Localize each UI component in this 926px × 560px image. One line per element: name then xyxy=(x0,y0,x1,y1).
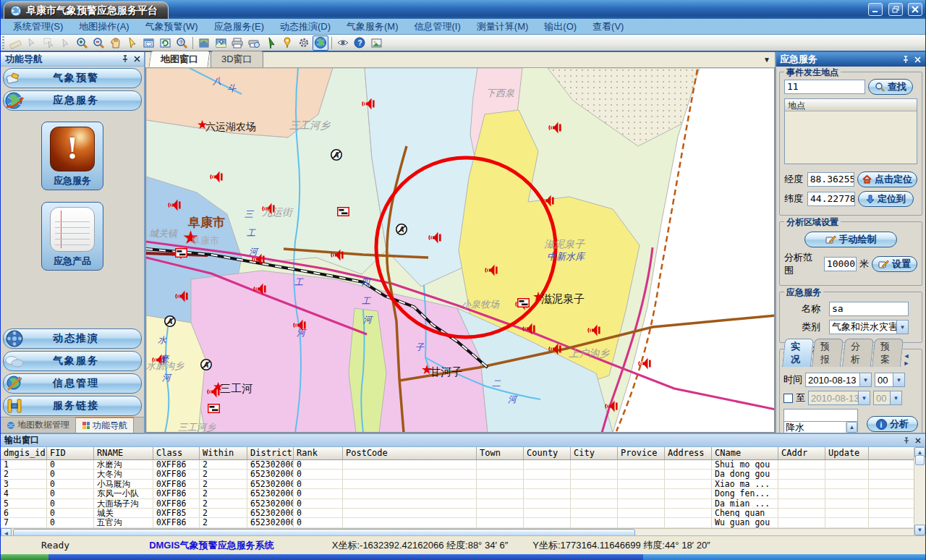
select-rect-icon[interactable] xyxy=(41,35,56,51)
close-panel-icon[interactable] xyxy=(914,56,922,64)
emergency-product-button[interactable]: 应急产品 xyxy=(41,202,103,271)
tab-live[interactable]: 实况 xyxy=(782,339,814,367)
refresh-icon[interactable] xyxy=(157,35,173,51)
picture-icon[interactable] xyxy=(368,35,384,51)
range-input[interactable]: 10000 xyxy=(824,257,857,271)
menu-item[interactable]: 信息管理(I) xyxy=(407,19,469,35)
column-header-District[interactable]: District xyxy=(247,447,294,459)
deselect-icon[interactable] xyxy=(57,35,73,51)
vscroll-thumb[interactable] xyxy=(915,455,925,465)
location-list-header[interactable]: 地点 xyxy=(785,99,917,111)
menu-item[interactable]: 气象服务(M) xyxy=(339,19,407,35)
manual-draw-button[interactable]: 手动绘制 xyxy=(804,232,897,247)
column-header-Rank[interactable]: Rank xyxy=(294,447,343,459)
tab-forecast[interactable]: 预报 xyxy=(812,339,844,367)
column-header-Within[interactable]: Within xyxy=(200,447,247,459)
nav-service-links[interactable]: 服务链接 xyxy=(3,396,142,416)
menu-item[interactable]: 查看(V) xyxy=(585,19,632,35)
nav-group-weather-warning[interactable]: 气象预警 xyxy=(3,68,142,88)
close-panel-icon[interactable] xyxy=(914,437,922,444)
column-header-County[interactable]: County xyxy=(524,447,571,459)
measure-icon[interactable] xyxy=(7,35,23,51)
tab-function-nav[interactable]: 功能导航 xyxy=(76,417,134,433)
print-preview-icon[interactable] xyxy=(246,35,262,51)
column-header-CAddr[interactable]: CAddr xyxy=(778,447,825,459)
pan-icon[interactable] xyxy=(107,35,123,51)
tab-map-data-management[interactable]: 地图数据管理 xyxy=(1,417,76,433)
tab-3d-view[interactable]: 3D窗口 xyxy=(211,51,263,67)
export-image-icon[interactable] xyxy=(213,35,229,51)
nav-weather-service[interactable]: 气象服务 xyxy=(3,351,142,371)
menu-item[interactable]: 气象预警(W) xyxy=(137,19,206,35)
find-button[interactable]: 查找 xyxy=(868,79,913,95)
restore-button[interactable] xyxy=(888,3,903,16)
menu-item[interactable]: 系统管理(S) xyxy=(5,19,71,35)
locate-to-button[interactable]: 定位到 xyxy=(858,191,914,207)
vertical-scrollbar[interactable]: ▲ ▼ xyxy=(914,447,925,535)
element-list-item[interactable]: 降水 xyxy=(786,422,846,433)
hscroll-thumb[interactable] xyxy=(13,529,635,535)
pin-icon[interactable] xyxy=(903,437,910,444)
column-header-CName[interactable]: CName xyxy=(712,447,778,459)
column-header-Update[interactable]: Update xyxy=(825,447,869,459)
tab-scroll-buttons[interactable]: ◄ ► xyxy=(903,352,919,367)
close-button[interactable] xyxy=(908,3,922,16)
name-input[interactable]: sa xyxy=(829,302,909,316)
column-header-dmgis_id[interactable]: dmgis_id xyxy=(1,447,47,459)
emergency-service-button[interactable]: 应急服务 xyxy=(41,122,103,190)
horizontal-scrollbar[interactable]: ◄ xyxy=(1,528,914,535)
pin-icon[interactable] xyxy=(122,55,129,63)
column-header-RNAME[interactable]: RNAME xyxy=(94,447,153,459)
hour-select[interactable]: 00▼ xyxy=(875,373,905,387)
set-button[interactable]: 设置 xyxy=(872,256,917,272)
type-select[interactable]: 气象和洪水灾害 ▼ xyxy=(829,320,909,334)
lat-input[interactable]: 44.22778446 xyxy=(807,192,855,206)
tab-analyze[interactable]: 分析 xyxy=(842,339,874,367)
column-header-Address[interactable]: Address xyxy=(665,447,712,459)
lng-input[interactable]: 88.3625506 xyxy=(807,172,854,187)
toolbar-grip[interactable] xyxy=(2,36,4,49)
nav-dynamic-deduction[interactable]: 动态推演 xyxy=(3,328,142,349)
location-search-input[interactable]: 11 xyxy=(784,80,865,94)
pointer-icon[interactable] xyxy=(124,35,140,51)
nav-group-emergency-service[interactable]: 应急服务 xyxy=(3,90,142,111)
minimize-button[interactable] xyxy=(868,3,883,16)
nav-info-management[interactable]: 信息管理 xyxy=(3,373,142,394)
element-list[interactable]: 降水空气温度 ▲ xyxy=(783,422,858,433)
location-list-body[interactable] xyxy=(785,111,917,164)
place-pin-icon[interactable] xyxy=(279,35,295,51)
map-tabs-dropdown-icon[interactable]: ▼ xyxy=(763,56,770,64)
close-panel-icon[interactable] xyxy=(133,55,141,63)
menu-item[interactable]: 应急服务(E) xyxy=(206,19,272,35)
table-row[interactable]: 60城关0XFF8526523020000Cheng guan xyxy=(1,509,914,518)
zoom-out-icon[interactable] xyxy=(90,35,106,51)
hour2-select[interactable]: 00▼ xyxy=(873,391,902,405)
print-icon[interactable] xyxy=(229,35,245,51)
pin-icon[interactable] xyxy=(902,56,910,64)
globe-tool-icon[interactable] xyxy=(313,35,328,51)
click-locate-button[interactable]: 点击定位 xyxy=(857,171,917,187)
green-pointer-icon[interactable] xyxy=(263,35,279,51)
tab-map-view[interactable]: 地图窗口 xyxy=(148,51,210,67)
table-row[interactable]: 10水磨沟0XFF8626523020000Shui mo gou xyxy=(1,460,914,470)
column-header-PostCode[interactable]: PostCode xyxy=(343,447,477,459)
eye-icon[interactable] xyxy=(335,35,351,51)
column-header-Provice[interactable]: Provice xyxy=(618,447,665,459)
tab-plan[interactable]: 预案 xyxy=(872,339,904,367)
map-canvas[interactable]: A xyxy=(145,68,775,433)
menu-item[interactable]: 地图操作(A) xyxy=(71,19,137,35)
table-row[interactable]: 70五官沟0XFF8626523020000Wu guan gou xyxy=(1,518,914,527)
scroll-down-icon[interactable]: ▼ xyxy=(914,525,925,535)
select-icon[interactable] xyxy=(24,35,40,51)
layers-icon[interactable] xyxy=(196,35,212,51)
scroll-up-icon[interactable]: ▲ xyxy=(846,422,857,433)
to-checkbox[interactable] xyxy=(783,394,793,403)
table-row[interactable]: 50大面场子沟0XFF8626523020000Da mian ... xyxy=(1,499,914,509)
table-row[interactable]: 20大冬沟0XFF8626523020000Da dong gou xyxy=(1,470,914,479)
full-extent-icon[interactable] xyxy=(140,35,156,51)
scroll-left-icon[interactable]: ◄ xyxy=(1,528,12,535)
table-row[interactable]: 40东风一小队0XFF8626523020000Dong fen... xyxy=(1,489,914,499)
date-select[interactable]: 2010-08-13▼ xyxy=(805,373,872,387)
element-combo[interactable] xyxy=(783,409,858,422)
help-icon[interactable]: ? xyxy=(352,35,368,51)
